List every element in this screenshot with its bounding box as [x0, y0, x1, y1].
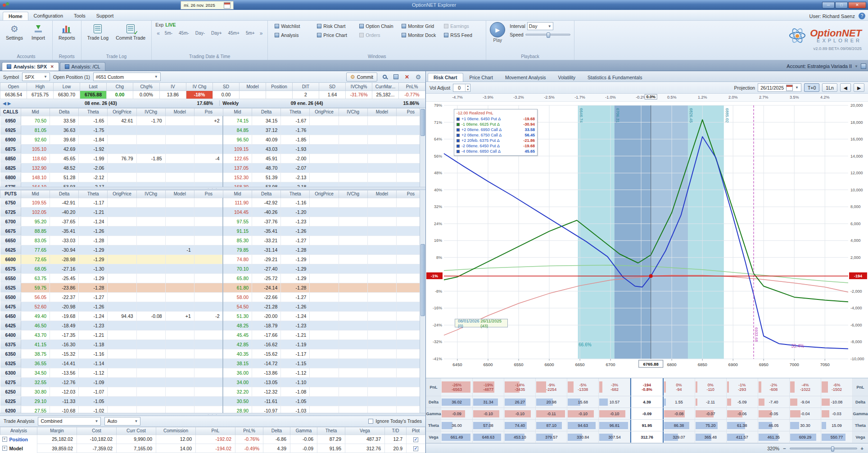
greeks-cell[interactable]: -5%-1338 [567, 378, 599, 396]
window-toggle-watchlist[interactable]: Watchlist [271, 22, 313, 30]
chain-col-header[interactable]: Delta [252, 108, 281, 116]
chain-row[interactable]: 620027.55-10.68-1.0228.90-10.97-1.03 [0, 406, 425, 413]
greeks-cell[interactable]: 15.68 [567, 396, 599, 408]
plot-checkbox[interactable]: ✓ [413, 437, 418, 442]
menu-item-home[interactable]: Home [3, 12, 28, 20]
greeks-cell[interactable]: 91.95 [630, 420, 663, 431]
reports-button[interactable]: Reports [56, 22, 77, 42]
legend-item[interactable]: -2 08ene. 6450 Put Δ-19.68 [457, 143, 535, 149]
greeks-cell[interactable]: 4.39 [630, 396, 663, 408]
trade-log-button[interactable]: Trade Log [85, 22, 111, 42]
chain-col-header[interactable]: Model [367, 190, 396, 198]
prev-expiration-icon[interactable]: ◀ [3, 101, 6, 106]
tab-volatility[interactable]: Volatility [552, 73, 582, 82]
greeks-cell[interactable]: -14%-3435 [504, 378, 536, 396]
chain-row[interactable]: 670095.20-37.65-1.2497.55-37.76-1.23 [0, 217, 425, 226]
nav-Day-[interactable]: Day- [193, 30, 208, 36]
greeks-cell[interactable]: -1%-293 [727, 378, 758, 396]
greeks-cell[interactable]: -0.06 [727, 408, 758, 419]
nav-45m-[interactable]: 45m- [176, 30, 192, 36]
chain-row[interactable]: 642546.50-18.49-1.2348.25-18.79-1.23 [0, 321, 425, 330]
greeks-cell[interactable]: 15.09 [821, 420, 853, 431]
position-legend[interactable]: -12.00 Realized PnL+1 08ene. 6450 Put Δ-… [454, 109, 538, 156]
chain-row[interactable]: 662577.65-30.94-1.29-179.85-31.14-1.28 [0, 245, 425, 254]
chain-row[interactable]: 645049.40-19.68-1.2494.43-0.08+1-251.30-… [0, 311, 425, 321]
chain-row[interactable]: 6775164.1053.93-2.17168.3053.98-2.18 [0, 182, 425, 187]
analysis-splitter[interactable]: · · · [0, 413, 425, 416]
nav-5m+[interactable]: 5m+ [243, 30, 258, 36]
window-toggle-rss-feed[interactable]: RSS Feed [441, 31, 482, 39]
greeks-cell[interactable]: 661.49 [441, 431, 473, 443]
chain-col-header[interactable]: IVChg [136, 108, 165, 116]
jump-forward-icon[interactable]: » [258, 30, 264, 36]
window-toggle-monitor-dock[interactable]: Monitor Dock [398, 31, 440, 39]
greeks-cell[interactable]: -0.10 [504, 408, 536, 419]
calendar-icon[interactable] [224, 2, 231, 9]
nav-45m+[interactable]: 45m+ [226, 30, 242, 36]
chain-row[interactable]: 6750109.55-42.91-1.17111.90-42.92-1.16 [0, 198, 425, 207]
chain-row[interactable]: 6825132.9048.52-2.06137.0548.70-2.07 [0, 163, 425, 172]
greeks-cell[interactable]: 312.76 [630, 431, 663, 443]
greeks-cell[interactable]: -9%-2254 [536, 378, 567, 396]
calendar-icon[interactable] [786, 85, 793, 91]
chain-col-header[interactable]: Theta [281, 108, 310, 116]
greeks-cell[interactable]: 86.38 [664, 420, 695, 431]
greeks-cell[interactable]: 30.30 [790, 420, 821, 431]
tab-analysis-spx[interactable]: Analysis: SPX✕ [2, 62, 59, 71]
tab-statistics-fundamentals[interactable]: Statistics & Fundamentals [582, 73, 648, 82]
greeks-cell[interactable]: 330.84 [567, 431, 599, 443]
greeks-cell[interactable]: -10.08 [821, 396, 853, 408]
chain-col-header[interactable]: Mid [21, 190, 50, 198]
greeks-cell[interactable]: 307.54 [599, 431, 630, 443]
greeks-cell[interactable]: 94.63 [567, 420, 599, 431]
chain-row[interactable]: 692581.0536.63-1.7584.8537.12-1.76 [0, 125, 425, 135]
vol-adjust-stepper[interactable]: 0 ▲▼ [453, 84, 470, 92]
window-toggle-analysis[interactable]: Analysis [271, 31, 313, 39]
greeks-cell[interactable]: -9.04 [790, 396, 821, 408]
chain-col-header[interactable]: Theta [79, 108, 108, 116]
projection-date-input[interactable]: 26/11/2025 ▼ [758, 83, 801, 92]
window-toggle-monitor-grid[interactable]: Monitor Grid [398, 22, 440, 30]
greeks-cell[interactable]: -3%-682 [599, 378, 630, 396]
commit-button[interactable]: ⚙ Commit [346, 72, 377, 82]
chain-row[interactable]: 6725102.05-40.20-1.21104.45-40.26-1.20 [0, 207, 425, 217]
greeks-cell[interactable]: 329.07 [664, 431, 695, 443]
greeks-cell[interactable]: 0%-94 [664, 378, 695, 396]
trade-analysis-mode-select[interactable]: Combined ▼ [38, 417, 101, 426]
greeks-cell[interactable]: 648.63 [473, 431, 504, 443]
legend-item[interactable]: +1 08ene. 6450 Put Δ-19.68 [457, 116, 535, 122]
chain-col-header[interactable]: Theta [79, 190, 108, 198]
chain-row[interactable]: 6850118.6045.65-1.9976.79-1.85-4122.6545… [0, 154, 425, 163]
chain-row[interactable]: 695070.5033.58-1.6542.61-1.70+274.1534.1… [0, 116, 425, 125]
tab-analysis-cl[interactable]: Analysis: /CL [60, 62, 105, 71]
chain-row[interactable]: 647552.60-20.98-1.2654.50-21.28-1.26 [0, 302, 425, 311]
minimize-button[interactable]: ─ [822, 2, 835, 9]
greeks-cell[interactable]: 75.20 [695, 420, 727, 431]
expiration-right[interactable]: Weekly 09 ene. 26 (44) 15.86% [219, 100, 425, 106]
legend-item[interactable]: -4 08ene. 6850 Call Δ45.65 [457, 149, 535, 154]
expiration-left[interactable]: 08 ene. 26 (43) 17.68% [14, 100, 219, 106]
chain-row[interactable]: 640043.70-17.35-1.2145.45-17.66-1.21 [0, 330, 425, 340]
greeks-cell[interactable]: 36.00 [441, 420, 473, 431]
puts-scrollbar[interactable] [420, 190, 425, 413]
greeks-cell[interactable]: -0.04 [790, 408, 821, 419]
greeks-cell[interactable]: 96.81 [599, 420, 630, 431]
greeks-cell[interactable]: 379.57 [536, 431, 567, 443]
window-toggle-risk-chart[interactable]: Risk Chart [314, 22, 355, 30]
menu-item-configuration[interactable]: Configuration [28, 12, 68, 20]
chain-col-header[interactable]: Theta [281, 190, 310, 198]
greeks-cell[interactable]: 609.29 [790, 431, 821, 443]
spin-down-icon[interactable]: ▼ [466, 88, 470, 91]
chain-row[interactable]: 627532.55-12.76-1.0934.00-13.05-1.10 [0, 377, 425, 387]
chain-row[interactable]: 690092.6039.68-1.8496.5040.09-1.85 [0, 135, 425, 144]
greeks-cell[interactable]: -0.10 [473, 408, 504, 419]
greeks-cell[interactable]: 26.27 [504, 396, 536, 408]
plot-checkbox[interactable]: ✓ [413, 446, 418, 451]
greeks-cell[interactable]: 411.57 [727, 431, 758, 443]
greeks-cell[interactable]: 365.48 [695, 431, 727, 443]
legend-item[interactable]: +2 20feb. 6375 Put Δ-21.86 [457, 138, 535, 143]
chain-row[interactable]: 622529.10-11.33-1.0530.50-11.61-1.05 [0, 396, 425, 406]
import-button[interactable]: Import [28, 22, 49, 42]
symbol-select[interactable]: SPX ▼ [22, 72, 50, 81]
maximize-button[interactable]: □ [835, 2, 848, 9]
